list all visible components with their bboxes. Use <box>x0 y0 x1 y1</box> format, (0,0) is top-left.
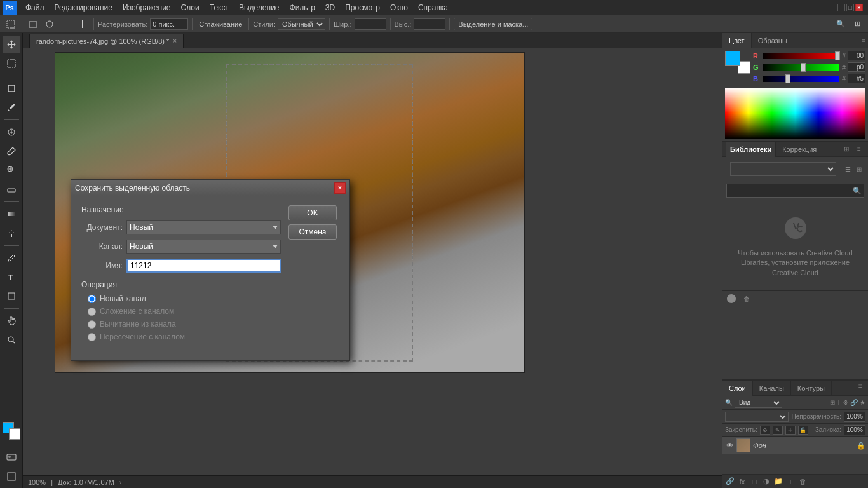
g-slider[interactable] <box>763 64 839 71</box>
pen-tool[interactable] <box>3 249 20 267</box>
adjustment-layer-btn[interactable]: ◑ <box>761 477 771 487</box>
cc-icon[interactable] <box>726 294 736 304</box>
lock-transparency-btn[interactable]: ⊘ <box>760 426 770 435</box>
eyedropper-tool[interactable] <box>3 98 20 116</box>
menu-text[interactable]: Текст <box>205 2 234 13</box>
dodge-tool[interactable] <box>3 224 20 242</box>
rect-select-btn[interactable] <box>26 17 40 31</box>
layers-menu-btn[interactable]: ≡ <box>855 381 865 391</box>
lock-all-btn[interactable]: 🔒 <box>798 426 808 435</box>
row-select-btn[interactable] <box>59 17 73 31</box>
window-minimize[interactable]: — <box>837 4 845 11</box>
libraries-menu-btn[interactable]: ≡ <box>854 144 864 154</box>
layer-kind-dropdown[interactable]: Вид <box>735 398 782 408</box>
menu-select[interactable]: Выделение <box>234 2 285 13</box>
window-close[interactable]: × <box>855 4 863 11</box>
gradient-tool[interactable] <box>3 205 20 223</box>
new-channel-radio[interactable] <box>88 295 96 303</box>
width-input[interactable] <box>355 18 386 30</box>
lock-paint-btn[interactable]: ✎ <box>773 426 783 435</box>
screen-mode-btn[interactable] <box>3 468 20 485</box>
b-thumb[interactable] <box>785 74 790 83</box>
ok-button[interactable]: OK <box>288 205 337 220</box>
document-tab[interactable]: random-pictures-74.jpg @ 100% (RGB/8) * … <box>29 34 184 48</box>
background-color[interactable] <box>9 428 20 440</box>
foreground-swatch[interactable] <box>725 51 740 66</box>
patch-tool[interactable] <box>3 123 20 141</box>
layer-blend-mode[interactable]: Обычные <box>725 412 789 422</box>
zoom-tool[interactable] <box>3 331 20 349</box>
libraries-tab[interactable]: Библиотеки <box>726 142 776 157</box>
tab-close-btn[interactable]: × <box>173 37 177 44</box>
dialog-titlebar[interactable]: Сохранить выделенную область × <box>71 180 349 196</box>
menu-3d[interactable]: 3D <box>320 2 340 13</box>
fill-input[interactable] <box>844 425 865 435</box>
list-view-btn[interactable]: ☰ <box>843 164 853 174</box>
name-input[interactable] <box>126 259 281 273</box>
delete-library-btn[interactable]: 🗑 <box>742 294 752 304</box>
quick-mask-btn[interactable] <box>3 447 20 465</box>
layer-icon-5[interactable]: ★ <box>860 399 865 406</box>
layer-icon-2[interactable]: T <box>837 399 841 406</box>
document-dropdown[interactable]: Новый <box>126 220 281 234</box>
move-tool[interactable] <box>3 36 20 53</box>
rasterize-input[interactable] <box>150 18 188 30</box>
group-layers-btn[interactable]: 📁 <box>773 477 783 487</box>
g-thumb[interactable] <box>801 63 806 72</box>
layer-icon-3[interactable]: ⚙ <box>843 399 848 406</box>
layer-mask-btn[interactable]: □ <box>749 477 759 487</box>
menu-layers[interactable]: Слои <box>176 2 205 13</box>
arrange-btn[interactable]: ⊞ <box>850 17 864 31</box>
selection-mask-button[interactable]: Выделение и маска... <box>454 18 532 30</box>
window-restore[interactable]: □ <box>846 4 854 11</box>
ellipse-select-btn[interactable] <box>43 17 57 31</box>
col-select-btn[interactable] <box>76 17 90 31</box>
dialog-close-button[interactable]: × <box>334 182 346 194</box>
intersect-channel-radio[interactable] <box>88 333 96 341</box>
subtract-channel-radio[interactable] <box>88 320 96 329</box>
color-spectrum[interactable] <box>725 88 865 139</box>
color-panel-menu-btn[interactable]: ≡ <box>859 36 868 45</box>
brush-tool[interactable] <box>3 142 20 160</box>
text-tool[interactable]: T <box>3 268 20 286</box>
height-input[interactable] <box>414 18 445 30</box>
status-arrow[interactable]: › <box>119 478 122 486</box>
menu-filter[interactable]: Фильтр <box>285 2 320 13</box>
grid-view-btn[interactable]: ⊞ <box>841 144 851 154</box>
layers-tab[interactable]: Слои <box>722 381 753 396</box>
menu-help[interactable]: Справка <box>413 2 453 13</box>
menu-file[interactable]: Файл <box>20 2 50 13</box>
delete-layer-btn[interactable]: 🗑 <box>797 477 808 487</box>
hand-tool[interactable] <box>3 312 20 330</box>
clone-tool[interactable] <box>3 161 20 179</box>
menu-image[interactable]: Изображение <box>118 2 176 13</box>
link-layers-btn[interactable]: 🔗 <box>725 477 735 487</box>
style-dropdown[interactable]: Обычный <box>278 18 325 30</box>
cancel-button[interactable]: Отмена <box>288 224 337 240</box>
new-layer-btn[interactable]: + <box>785 477 796 487</box>
menu-view[interactable]: Просмотр <box>340 2 385 13</box>
library-search-input[interactable] <box>726 184 864 198</box>
paths-tab[interactable]: Контуры <box>791 381 832 396</box>
search-btn[interactable]: 🔍 <box>834 17 848 31</box>
opacity-input[interactable] <box>844 412 865 422</box>
selection-tool[interactable] <box>3 55 20 72</box>
layer-row-bg[interactable]: 👁 Фон 🔒 <box>722 437 868 454</box>
correction-tab[interactable]: Коррекция <box>778 142 820 157</box>
layer-effects-btn[interactable]: fx <box>737 477 747 487</box>
new-selection-btn[interactable] <box>4 17 18 31</box>
menu-window[interactable]: Окно <box>385 2 413 13</box>
r-slider[interactable] <box>763 53 839 59</box>
color-tab[interactable]: Цвет <box>722 33 752 48</box>
shape-tool[interactable] <box>3 287 20 305</box>
eraser-tool[interactable] <box>3 180 20 198</box>
channels-tab[interactable]: Каналы <box>753 381 791 396</box>
layer-icon-1[interactable]: ⊞ <box>830 399 835 406</box>
channel-dropdown[interactable]: Новый <box>126 240 281 254</box>
grid-view-btn2[interactable]: ⊞ <box>854 164 864 174</box>
crop-tool[interactable] <box>3 79 20 97</box>
library-dropdown[interactable] <box>730 162 836 176</box>
samples-tab[interactable]: Образцы <box>752 33 794 48</box>
add-channel-radio[interactable] <box>88 308 96 316</box>
menu-edit[interactable]: Редактирование <box>50 2 118 13</box>
